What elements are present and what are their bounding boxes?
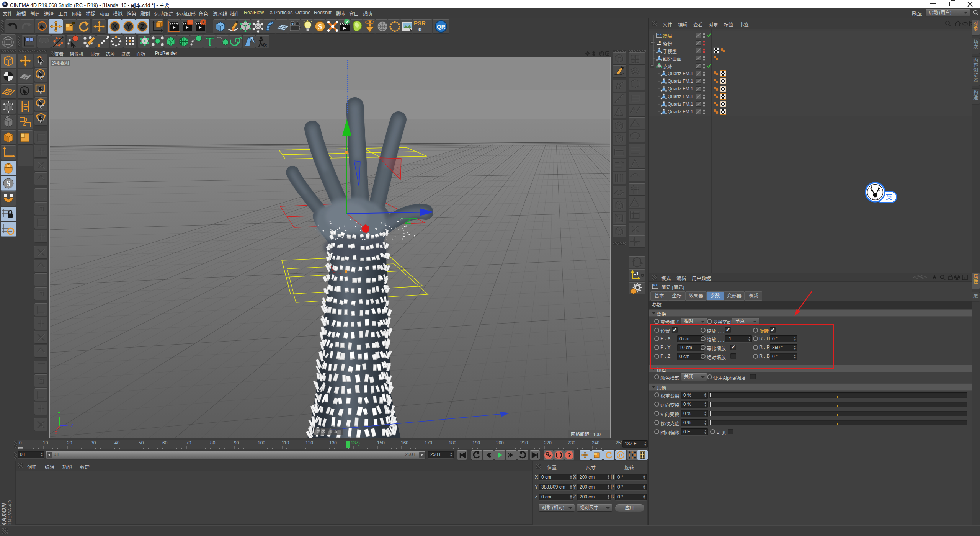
svg-text:P: P bbox=[619, 453, 622, 458]
svg-text:S: S bbox=[318, 23, 322, 31]
svg-text:英: 英 bbox=[886, 194, 892, 201]
svg-text:Y: Y bbox=[57, 411, 60, 416]
svg-text:S: S bbox=[7, 180, 11, 188]
svg-text:行走者: 行走者 bbox=[872, 198, 879, 201]
svg-text:X: X bbox=[113, 23, 117, 30]
svg-text:Z: Z bbox=[140, 23, 144, 30]
svg-text:Y: Y bbox=[126, 23, 131, 30]
svg-text:X: X bbox=[54, 430, 57, 435]
svg-text:fx: fx bbox=[263, 42, 267, 48]
svg-text:Z: Z bbox=[70, 423, 73, 428]
svg-text:帧速 : 45.5: 帧速 : 45.5 bbox=[316, 429, 337, 434]
svg-text:QR: QR bbox=[437, 23, 446, 30]
svg-text:?: ? bbox=[567, 452, 571, 458]
svg-text:0: 0 bbox=[418, 26, 421, 33]
svg-text:=1: =1 bbox=[634, 271, 639, 276]
svg-text:PSR: PSR bbox=[414, 20, 426, 26]
